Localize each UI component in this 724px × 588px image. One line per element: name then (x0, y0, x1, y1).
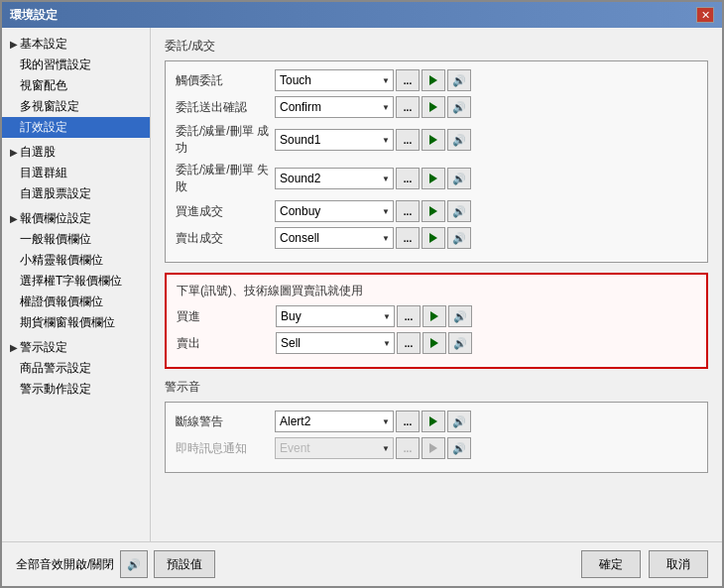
sidebar-item-habits[interactable]: 我的習慣設定 (2, 55, 150, 75)
success-dots-button[interactable]: ... (396, 129, 420, 151)
cancel-button[interactable]: 取消 (649, 550, 708, 578)
sidebar-item-futures-quote[interactable]: 期貨欄窗報價欄位 (2, 312, 150, 333)
ok-button[interactable]: 確定 (581, 550, 641, 578)
sidebar-item-mini-quote[interactable]: 小精靈報價欄位 (2, 250, 150, 271)
toggle-volume-button[interactable]: 🔊 (120, 550, 148, 578)
sell-done-dropdown[interactable]: Consell (275, 227, 394, 249)
sidebar-label: 選擇權T字報價欄位 (20, 273, 122, 290)
sell-volume-button[interactable]: 🔊 (448, 332, 472, 354)
window-title: 環境設定 (10, 7, 58, 24)
success-dropdown[interactable]: Sound1 (275, 129, 394, 151)
sidebar-label: 小精靈報價欄位 (20, 252, 103, 269)
buy-done-volume-button[interactable]: 🔊 (447, 200, 471, 222)
buy-play-button[interactable] (422, 305, 446, 327)
buy-dots-button[interactable]: ... (397, 305, 421, 327)
confirm-play-button[interactable] (422, 96, 445, 118)
label-buy: 買進 (177, 308, 276, 325)
row-fail: 委託/減量/刪單 失敗 Sound2 ... (176, 162, 697, 195)
buy-controls: Buy ... 🔊 (276, 305, 472, 327)
realtime-dots-button[interactable]: ... (396, 437, 420, 459)
fail-dropdown[interactable]: Sound2 (275, 168, 394, 189)
disconnect-dropdown[interactable]: Alert2 (275, 411, 394, 432)
fail-play-button[interactable] (422, 168, 445, 189)
realtime-dropdown[interactable]: Event (275, 437, 394, 459)
sell-dropdown[interactable]: Sell (276, 332, 395, 354)
touch-volume-button[interactable]: 🔊 (447, 69, 471, 91)
sell-done-dropdown-wrapper: Consell (275, 227, 394, 249)
buy-done-play-button[interactable] (422, 200, 445, 222)
buy-done-dropdown[interactable]: Conbuy (275, 200, 394, 222)
sidebar-item-alert-action[interactable]: 警示動作設定 (2, 379, 150, 400)
volume-icon: 🔊 (452, 74, 466, 87)
confirm-dropdown[interactable]: Confirm (275, 96, 394, 118)
touch-dropdown[interactable]: Touch (275, 69, 394, 91)
sidebar-item-alert[interactable]: ▶ 警示設定 (2, 337, 150, 358)
confirm-dots-button[interactable]: ... (396, 96, 420, 118)
realtime-play-button[interactable] (422, 437, 445, 459)
success-play-button[interactable] (422, 129, 445, 151)
label-sell-done: 賣出成交 (176, 230, 275, 247)
buy-dropdown[interactable]: Buy (276, 305, 395, 327)
play-icon (429, 135, 437, 145)
touch-play-button[interactable] (422, 69, 445, 91)
fail-controls: Sound2 ... 🔊 (275, 168, 471, 189)
volume-icon: 🔊 (452, 232, 466, 245)
sidebar-item-option-quote[interactable]: 選擇權T字報價欄位 (2, 271, 150, 292)
realtime-dropdown-wrapper: Event (275, 437, 394, 459)
order-section: 下單(訊號)、技術線圖買賣訊就使用 買進 Buy ... (165, 273, 708, 369)
sidebar-label: 警示設定 (20, 339, 67, 356)
confirm-volume-button[interactable]: 🔊 (447, 96, 471, 118)
arrow-icon: ▶ (10, 342, 18, 353)
disconnect-play-button[interactable] (422, 411, 445, 432)
fail-dots-button[interactable]: ... (396, 168, 420, 189)
sidebar-label: 基本設定 (20, 36, 67, 53)
close-button[interactable]: ✕ (696, 7, 714, 23)
order-title: 下單(訊號)、技術線圖買賣訊就使用 (177, 283, 696, 299)
sell-done-dots-button[interactable]: ... (396, 227, 420, 249)
alert-section: 警示音 斷線警告 Alert2 ... (165, 379, 708, 473)
label-fail: 委託/減量/刪單 失敗 (176, 162, 275, 195)
sidebar-item-color[interactable]: 視窗配色 (2, 75, 150, 96)
buy-done-dots-button[interactable]: ... (396, 200, 420, 222)
sell-dots-button[interactable]: ... (397, 332, 421, 354)
sell-done-play-button[interactable] (422, 227, 445, 249)
fail-volume-button[interactable]: 🔊 (447, 168, 471, 189)
realtime-volume-button[interactable]: 🔊 (447, 437, 471, 459)
realtime-controls: Event ... 🔊 (275, 437, 471, 459)
sell-done-volume-button[interactable]: 🔊 (447, 227, 471, 249)
sell-play-button[interactable] (422, 332, 446, 354)
alert-title: 警示音 (165, 379, 708, 396)
sidebar: ▶ 基本設定 我的習慣設定 視窗配色 多視窗設定 訂效設定 ▶ (2, 28, 151, 541)
default-button[interactable]: 預設值 (154, 550, 215, 578)
sidebar-label: 警示動作設定 (20, 381, 91, 398)
play-icon (429, 416, 437, 426)
sidebar-item-multiwindow[interactable]: 多視窗設定 (2, 96, 150, 117)
alert-box: 斷線警告 Alert2 ... (165, 402, 708, 473)
sidebar-group-basic: ▶ 基本設定 我的習慣設定 視窗配色 多視窗設定 訂效設定 (2, 32, 150, 140)
sidebar-item-basic[interactable]: ▶ 基本設定 (2, 34, 150, 55)
sidebar-item-general-quote[interactable]: 一般報價欄位 (2, 229, 150, 250)
sell-controls: Sell ... 🔊 (276, 332, 472, 354)
play-icon (429, 75, 437, 85)
main-content: ▶ 基本設定 我的習慣設定 視窗配色 多視窗設定 訂效設定 ▶ (2, 28, 722, 541)
disconnect-dots-button[interactable]: ... (396, 411, 420, 432)
sidebar-item-watchgroup[interactable]: 目選群組 (2, 163, 150, 183)
success-volume-button[interactable]: 🔊 (447, 129, 471, 151)
buy-dropdown-wrapper: Buy (276, 305, 395, 327)
label-success: 委託/減量/刪單 成功 (176, 123, 275, 157)
sidebar-item-watchstock[interactable]: 自選股票設定 (2, 183, 150, 204)
sidebar-item-warrant-quote[interactable]: 權證價報價欄位 (2, 292, 150, 312)
row-disconnect: 斷線警告 Alert2 ... (176, 411, 697, 432)
buy-volume-button[interactable]: 🔊 (448, 305, 472, 327)
touch-dots-button[interactable]: ... (396, 69, 420, 91)
sidebar-item-sound[interactable]: 訂效設定 (2, 117, 150, 138)
sidebar-label: 期貨欄窗報價欄位 (20, 314, 115, 331)
volume-icon: 🔊 (452, 442, 466, 455)
sidebar-item-watchlist[interactable]: ▶ 自選股 (2, 142, 150, 163)
footer-left: 全部音效開啟/關閉 🔊 預設值 (16, 550, 215, 578)
sidebar-item-product-alert[interactable]: 商品警示設定 (2, 358, 150, 379)
disconnect-volume-button[interactable]: 🔊 (447, 411, 471, 432)
sidebar-item-quote[interactable]: ▶ 報價欄位設定 (2, 208, 150, 229)
row-success: 委託/減量/刪單 成功 Sound1 ... (176, 123, 697, 157)
sell-dropdown-wrapper: Sell (276, 332, 395, 354)
